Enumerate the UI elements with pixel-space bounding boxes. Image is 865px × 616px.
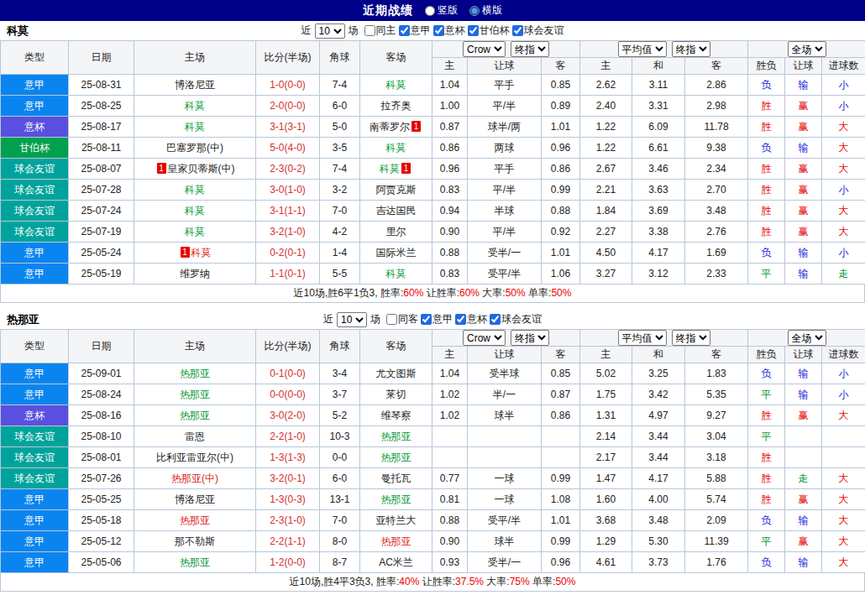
home-team[interactable]: 科莫 [134, 180, 256, 201]
away-team[interactable]: 曼托瓦 [360, 468, 432, 489]
scope-select[interactable]: 全场 [788, 41, 826, 57]
filter-checkbox[interactable] [386, 314, 397, 325]
euro-odds-select[interactable]: 平均值 [618, 330, 667, 346]
filter-option-意甲[interactable]: 意甲 [399, 23, 431, 38]
filter-checkbox[interactable] [421, 314, 432, 325]
asia-stage-select[interactable]: 终指 [511, 330, 549, 346]
away-team[interactable]: 国际米兰 [360, 243, 432, 264]
red-card-badge: 1 [157, 163, 166, 174]
home-team[interactable]: 热那亚 [134, 363, 256, 384]
home-team[interactable]: 比利亚雷亚尔(中) [134, 447, 256, 468]
asia-away-odds: 1.08 [542, 489, 580, 510]
home-team[interactable]: 1科莫 [134, 243, 256, 264]
home-team[interactable]: 热那亚 [134, 552, 256, 573]
team-name-text: AC米兰 [379, 556, 413, 568]
filter-checkbox[interactable] [468, 25, 479, 36]
odds-company-select[interactable]: Crow [463, 330, 506, 346]
filter-option-意甲[interactable]: 意甲 [421, 312, 453, 326]
team-name-text: 博洛尼亚 [175, 79, 215, 91]
filter-option-球会友谊[interactable]: 球会友谊 [512, 23, 564, 38]
filter-checkbox[interactable] [455, 314, 466, 325]
asia-away-odds: 1.01 [542, 117, 580, 138]
away-team[interactable]: 科莫1 [360, 159, 432, 180]
away-team[interactable]: 维琴察 [360, 405, 432, 426]
home-team[interactable]: 1皇家贝蒂斯(中) [134, 159, 256, 180]
filter-checkbox[interactable] [364, 25, 375, 36]
away-team[interactable]: 尤文图斯 [360, 363, 432, 384]
matches-count-select[interactable]: 10 [337, 312, 367, 327]
team-name-text: 科莫 [386, 142, 406, 154]
asia-stage-select[interactable]: 终指 [511, 41, 549, 57]
away-team[interactable]: 热那亚 [360, 489, 432, 510]
result-handicap [785, 447, 822, 468]
away-team[interactable]: 热那亚 [360, 426, 432, 447]
filter-checkbox[interactable] [399, 25, 410, 36]
filter-option-意杯[interactable]: 意杯 [433, 23, 465, 38]
result-handicap: 输 [785, 264, 822, 285]
home-team[interactable]: 那不勒斯 [134, 531, 256, 552]
away-team[interactable]: 吉达国民 [360, 201, 432, 222]
match-score: 2-3(1-0) [256, 510, 320, 531]
match-date: 25-08-10 [69, 426, 134, 447]
away-team[interactable]: 南蒂罗尔1 [360, 117, 432, 138]
home-team[interactable]: 博洛尼亚 [134, 489, 256, 510]
home-team[interactable]: 博洛尼亚 [134, 75, 256, 96]
filter-option-甘伯杯[interactable]: 甘伯杯 [468, 23, 510, 38]
away-team[interactable]: 热那亚 [360, 447, 432, 468]
match-date: 25-08-16 [69, 405, 134, 426]
home-team[interactable]: 维罗纳 [134, 264, 256, 285]
away-team[interactable]: 亚特兰大 [360, 510, 432, 531]
match-row: 球会友谊25-07-26热那亚(中)3-2(0-1)6-0曼托瓦0.77一球0.… [1, 468, 865, 489]
header-selects-row: 类型 日期 主场 比分(半场) 角球 客场 Crow 终指 平均值 终指 [1, 41, 865, 58]
asia-handicap: 球半 [468, 405, 542, 426]
home-team[interactable]: 巴塞罗那(中) [134, 138, 256, 159]
home-team[interactable]: 热那亚 [134, 405, 256, 426]
home-team[interactable]: 科莫 [134, 96, 256, 117]
euro-odds-select[interactable]: 平均值 [618, 41, 667, 57]
away-team[interactable]: 科莫 [360, 264, 432, 285]
home-team[interactable]: 热那亚 [134, 510, 256, 531]
away-team[interactable]: 拉齐奥 [360, 96, 432, 117]
home-team[interactable]: 雷恩 [134, 426, 256, 447]
odds-company-select[interactable]: Crow [463, 41, 506, 57]
euro-stage-select[interactable]: 终指 [672, 330, 710, 346]
filter-option-意杯[interactable]: 意杯 [455, 312, 487, 326]
away-team[interactable]: 科莫 [360, 138, 432, 159]
away-team[interactable]: 科莫 [360, 75, 432, 96]
away-team[interactable]: 里尔 [360, 222, 432, 243]
col-goals: 进球数 [822, 347, 865, 363]
away-team[interactable]: 热那亚 [360, 531, 432, 552]
home-team[interactable]: 科莫 [134, 201, 256, 222]
result-winloss: 负 [748, 138, 785, 159]
layout-option-vertical[interactable]: 竖版 [425, 3, 458, 18]
team-name-text: 科莫 [185, 226, 205, 238]
home-team[interactable]: 科莫 [134, 117, 256, 138]
home-team[interactable]: 科莫 [134, 222, 256, 243]
home-team[interactable]: 热那亚 [134, 384, 256, 405]
filter-option-同客[interactable]: 同客 [386, 312, 418, 326]
filter-option-同主[interactable]: 同主 [364, 23, 396, 38]
filter-checkbox[interactable] [512, 25, 523, 36]
away-team[interactable]: AC米兰 [360, 552, 432, 573]
league-type: 意甲 [1, 96, 69, 117]
home-team[interactable]: 热那亚(中) [134, 468, 256, 489]
scope-select[interactable]: 全场 [788, 330, 826, 346]
away-team[interactable]: 莱切 [360, 384, 432, 405]
match-score: 3-1(1-1) [256, 201, 320, 222]
match-score: 3-2(1-0) [256, 222, 320, 243]
layout-option-horizontal[interactable]: 横版 [469, 3, 502, 18]
result-handicap: 赢 [785, 405, 822, 426]
result-goals [822, 426, 865, 447]
euro-stage-select[interactable]: 终指 [672, 41, 710, 57]
filter-option-球会友谊[interactable]: 球会友谊 [490, 312, 542, 326]
filter-checkbox[interactable] [433, 25, 444, 36]
layout-radio-vertical[interactable] [425, 6, 435, 16]
matches-count-select[interactable]: 10 [315, 23, 345, 39]
team-name-text: 阿贾克斯 [376, 184, 417, 196]
euro-odds-header: 平均值 终指 [580, 41, 748, 58]
away-team[interactable]: 阿贾克斯 [360, 180, 432, 201]
match-date: 25-07-24 [69, 201, 134, 222]
layout-radio-horizontal[interactable] [469, 6, 480, 16]
euro-home-odds: 3.27 [580, 264, 632, 285]
filter-checkbox[interactable] [490, 314, 501, 325]
